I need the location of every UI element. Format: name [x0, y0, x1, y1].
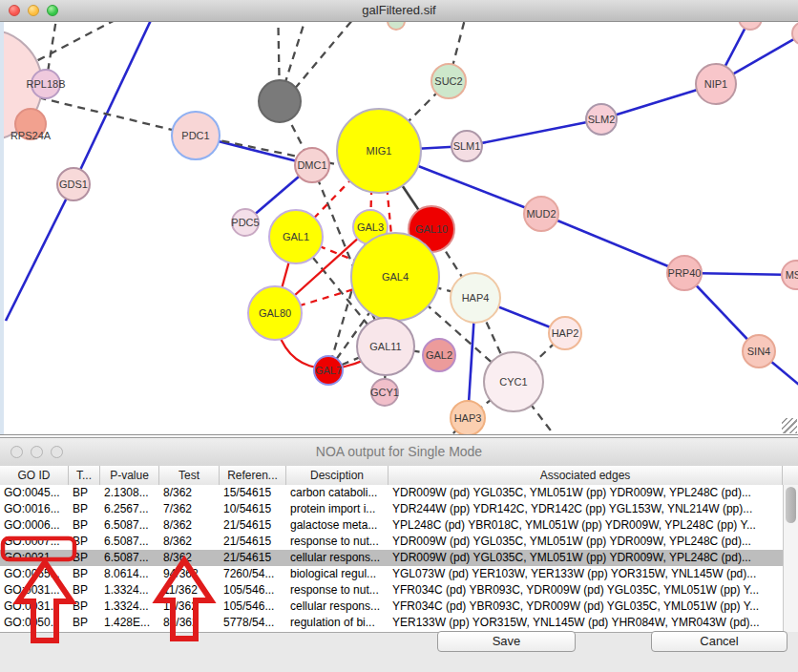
cell-type: BP [73, 501, 100, 517]
node-label: NIP1 [704, 78, 727, 90]
edge-dash[interactable] [293, 22, 368, 91]
node-label: SLM2 [588, 114, 616, 125]
cell-ref: 105/546... [223, 582, 286, 598]
cell-pvalue: 1.3324... [104, 598, 159, 615]
cell-go: GO:0045... [4, 485, 69, 501]
resize-grip-icon[interactable] [782, 418, 797, 433]
cell-desc: protein import i... [290, 501, 388, 517]
table-row[interactable]: GO:0031...BP6.5087...8/36221/54615cellul… [0, 550, 783, 566]
cell-type: BP [73, 550, 100, 566]
node-label: HAP4 [462, 292, 490, 304]
cell-desc: regulation of bi... [290, 615, 388, 631]
table-row[interactable]: GO:0050...BP1.428E...80/3625778/54...reg… [0, 615, 783, 631]
scrollbar-thumb[interactable] [786, 487, 796, 523]
cell-ref: 5778/54... [223, 615, 286, 631]
cell-test: 8/362 [163, 517, 220, 534]
column-header[interactable]: Associated edges [388, 466, 783, 485]
cell-desc: carbon cataboli... [290, 485, 388, 501]
cell-pvalue: 6.5087... [104, 534, 159, 550]
network-graph[interactable]: RPL18BRPS24AGDS1PDC1MIG1DMC1SUC2SLM1SLM2… [0, 22, 798, 434]
node-label: CYC1 [499, 376, 527, 388]
table-row[interactable]: GO:0031...BP1.3324...11/362105/546...cel… [0, 598, 783, 615]
cell-test: 8/362 [163, 534, 220, 550]
node-unlabeled[interactable] [792, 22, 798, 45]
cell-type: BP [73, 598, 100, 615]
cell-go: GO:0016... [4, 501, 69, 517]
table-row[interactable]: GO:0031...BP1.3324...11/362105/546...res… [0, 582, 783, 598]
node-label: PDC5 [231, 217, 259, 228]
cell-go: GO:0006... [4, 517, 69, 534]
node-label: PRP40 [668, 267, 702, 279]
cell-type: BP [73, 582, 100, 598]
cell-desc: response to nut... [290, 534, 388, 550]
column-header[interactable]: Referen... [220, 466, 286, 485]
canvas-edge-strip [0, 22, 4, 434]
cell-pvalue: 8.0614... [104, 566, 159, 582]
save-button[interactable]: Save [437, 631, 576, 652]
edge-blue[interactable] [467, 119, 601, 146]
node-label: MIG1 [367, 145, 392, 157]
cell-type: BP [73, 517, 100, 534]
cell-ref: 10/54615 [223, 501, 286, 517]
cell-type: BP [73, 485, 100, 501]
node-label: GAL80 [259, 307, 291, 319]
noa-titlebar[interactable]: NOA output for Single Mode [0, 438, 798, 467]
cell-type: BP [73, 566, 100, 582]
cell-test: 8/362 [163, 550, 220, 566]
column-header[interactable]: T... [69, 466, 100, 485]
cell-go: GO:0031... [4, 582, 69, 598]
table-row[interactable]: GO:0065...BP8.0614...94/3627260/54...bio… [0, 566, 783, 582]
node-label: GAL7 [315, 365, 342, 376]
cell-edges: YDR244W (pp) YDR142C, YDR142C (pp) YGL15… [392, 501, 779, 517]
cancel-button[interactable]: Cancel [651, 631, 788, 652]
edge-blue[interactable] [74, 22, 153, 184]
node-label: GAL11 [369, 341, 401, 352]
cell-desc: cellular respons... [290, 598, 388, 615]
column-header[interactable]: P-value [100, 466, 159, 485]
node-unlabeled[interactable] [259, 80, 301, 122]
table-row[interactable]: GO:0016...BP6.2567...7/36210/54615protei… [0, 501, 783, 517]
cell-pvalue: 2.1308... [104, 485, 159, 501]
node-label: SUC2 [434, 75, 462, 87]
cell-go: GO:0065... [4, 566, 69, 582]
table-row[interactable]: GO:0006...BP6.5087...8/36221/54615galact… [0, 517, 783, 534]
table-header: GO IDT...P-valueTestReferen...Desciption… [0, 466, 798, 486]
node-unlabeled[interactable] [388, 22, 405, 30]
cell-test: 94/362 [163, 566, 220, 582]
node-label: DMC1 [297, 159, 326, 171]
cell-desc: biological regul... [290, 566, 388, 582]
cell-desc: cellular respons... [290, 550, 388, 566]
node-label: MSL [786, 269, 798, 281]
node-label: SIN4 [747, 346, 770, 357]
cell-test: 7/362 [163, 501, 220, 517]
noa-window: NOA output for Single Mode GO IDT...P-va… [0, 437, 798, 672]
network-titlebar[interactable]: galFiltered.sif [0, 0, 798, 22]
cell-edges: YFR034C (pd) YBR093C, YDR009W (pd) YGL03… [392, 598, 779, 615]
cell-pvalue: 6.5087... [104, 550, 159, 566]
cell-edges: YDR009W (pd) YGL035C, YML051W (pp) YDR00… [392, 534, 779, 550]
cell-test: 80/362 [163, 615, 220, 631]
table-row[interactable]: GO:0045...BP2.1308...8/36215/54615carbon… [0, 485, 783, 501]
column-header[interactable]: Test [159, 466, 220, 485]
node-unlabeled[interactable] [739, 22, 762, 30]
cell-edges: YFR034C (pd) YBR093C, YDR009W (pd) YGL03… [392, 582, 779, 598]
column-header[interactable]: GO ID [0, 466, 69, 485]
edge-blue[interactable] [541, 214, 684, 273]
node-label: GAL3 [357, 221, 384, 233]
network-canvas[interactable]: RPL18BRPS24AGDS1PDC1MIG1DMC1SUC2SLM1SLM2… [0, 22, 798, 434]
noa-table[interactable]: GO:0045...BP2.1308...8/36215/54615carbon… [0, 485, 783, 633]
vertical-scrollbar[interactable] [783, 485, 798, 632]
cell-test: 8/362 [163, 485, 220, 501]
table-row[interactable]: GO:0007...BP6.5087...8/36221/54615respon… [0, 534, 783, 550]
node-label: HAP2 [552, 327, 579, 339]
cell-ref: 21/54615 [223, 517, 286, 534]
cell-edges: YDR009W (pd) YGL035C, YML051W (pp) YDR00… [392, 485, 779, 501]
column-header[interactable]: Desciption [286, 466, 388, 485]
noa-window-title: NOA output for Single Mode [0, 438, 798, 466]
node-label: GAL1 [283, 231, 309, 242]
network-window-title: galFiltered.sif [0, 0, 798, 21]
cell-edges: YER133W (pp) YOR315W, YNL145W (pd) YHR08… [392, 615, 779, 631]
cell-ref: 21/54615 [223, 534, 286, 550]
edge-blue[interactable] [6, 184, 74, 321]
cell-go: GO:0031... [4, 550, 69, 566]
